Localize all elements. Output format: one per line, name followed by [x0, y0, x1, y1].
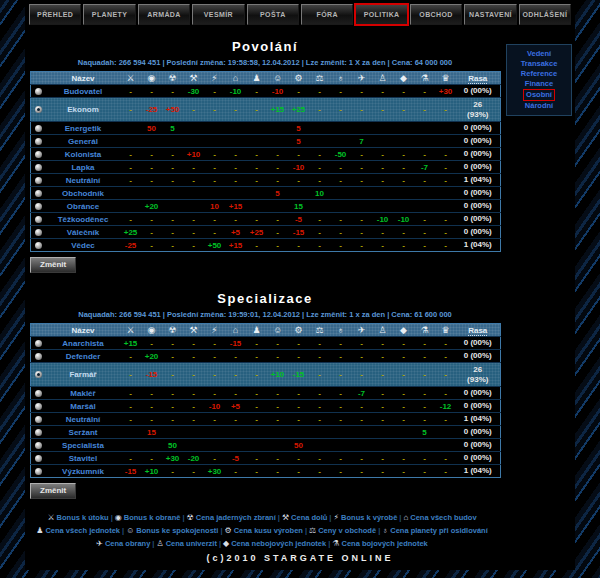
- nav-tab-politika[interactable]: POLITIKA: [355, 4, 407, 25]
- value-cell: -: [267, 213, 288, 226]
- value-cell: -: [372, 337, 393, 350]
- table-row: Válečník+25----+5+25--15-------0 (00%): [30, 226, 500, 239]
- nav-tab-planety[interactable]: PLANETY: [83, 4, 135, 25]
- radio-výzkumník[interactable]: [35, 468, 42, 475]
- value-cell: -: [309, 413, 330, 426]
- value-cell: [246, 122, 267, 135]
- value-cell: -: [120, 363, 141, 387]
- race-value: 0 (00%): [456, 148, 500, 161]
- radio-maršál[interactable]: [35, 403, 42, 410]
- value-cell: -: [120, 85, 141, 98]
- sidebar-item-transakce[interactable]: Transakce: [521, 59, 558, 68]
- radio-ekonom[interactable]: [35, 106, 42, 113]
- radio-seržant[interactable]: [35, 429, 42, 436]
- radio-vědec[interactable]: [35, 242, 42, 249]
- radio-makléř[interactable]: [35, 390, 42, 397]
- buildings-icon: ⌂: [233, 73, 238, 83]
- legend-label: Bonus k útoku: [57, 513, 109, 522]
- value-cell: -: [435, 363, 456, 387]
- nav-tab-odhlášení[interactable]: ODHLÁŠENÍ: [519, 4, 571, 25]
- sidebar-item-národní[interactable]: Národní: [525, 101, 553, 110]
- radio-neutrální[interactable]: [35, 416, 42, 423]
- value-cell: -15: [141, 363, 162, 387]
- attack-icon: ⚔: [126, 73, 134, 83]
- value-cell: [372, 122, 393, 135]
- radio-neutrální[interactable]: [35, 177, 42, 184]
- radio-defender[interactable]: [35, 353, 42, 360]
- nav-tab-fóra[interactable]: FÓRA: [301, 4, 353, 25]
- race-value: 0 (00%): [456, 135, 500, 148]
- value-cell: -: [267, 387, 288, 400]
- value-cell: -: [162, 85, 183, 98]
- radio-lapka[interactable]: [35, 164, 42, 171]
- change-profession-button[interactable]: Změnit: [30, 257, 76, 273]
- radio-energetik[interactable]: [35, 125, 42, 132]
- value-cell: -10: [267, 85, 288, 98]
- value-cell: 10: [204, 200, 225, 213]
- value-cell: -: [351, 413, 372, 426]
- race-value: 0 (00%): [456, 122, 500, 135]
- value-cell: -: [330, 239, 351, 252]
- professions-table: Název⚔◉☢⚒⚡⌂♟☺⚙⚖♁✈♙◆⚗♛RasaBudovatel----30…: [30, 71, 501, 252]
- radio-stavitel[interactable]: [35, 455, 42, 462]
- mining-icon: ⚒: [189, 325, 197, 335]
- row-name: Makléř: [46, 387, 120, 400]
- radio-obránce[interactable]: [35, 203, 42, 210]
- legend-separator: |: [328, 539, 330, 548]
- value-cell: -10: [225, 85, 246, 98]
- radio-specialista[interactable]: [35, 442, 42, 449]
- radio-farmář[interactable]: [35, 371, 42, 378]
- nav-tab-obchod[interactable]: OBCHOD: [410, 4, 462, 25]
- value-cell: [246, 426, 267, 439]
- status-line: Naquadah: 266 594 451 | Poslední změna: …: [27, 58, 503, 67]
- sidebar-item-vedení[interactable]: Vedení: [527, 49, 551, 58]
- value-cell: [309, 200, 330, 213]
- radio-těžkooděnec[interactable]: [35, 216, 42, 223]
- value-cell: -: [330, 213, 351, 226]
- energy-icon: ⚡: [211, 73, 217, 83]
- radio-obchodník[interactable]: [35, 190, 42, 197]
- value-cell: +30: [162, 452, 183, 465]
- value-cell: -: [141, 337, 162, 350]
- race-value: 1 (04%): [456, 465, 500, 478]
- sidebar-item-finance[interactable]: Finance: [525, 79, 553, 88]
- nav-tab-přehled[interactable]: PŘEHLED: [29, 4, 81, 25]
- radio-budovatel[interactable]: [35, 88, 42, 95]
- race-value: 26(93%): [456, 98, 500, 122]
- nav-tab-vesmír[interactable]: VESMÍR: [192, 4, 244, 25]
- attack-icon: ⚔: [126, 325, 134, 335]
- radio-anarchista[interactable]: [35, 340, 42, 347]
- change-specialization-button[interactable]: Změnit: [30, 483, 76, 499]
- value-cell: -: [414, 337, 435, 350]
- happiness-icon: ☺: [273, 73, 282, 83]
- value-cell: [414, 122, 435, 135]
- value-cell: -15: [288, 363, 309, 387]
- science-icon: ⚗: [420, 73, 428, 83]
- sidebar-item-reference[interactable]: Reference: [521, 69, 557, 78]
- row-name: Energetik: [46, 122, 120, 135]
- row-name: Výzkumník: [46, 465, 120, 478]
- value-cell: -: [183, 465, 204, 478]
- nav-tab-pošta[interactable]: POŠTA: [247, 4, 299, 25]
- value-cell: [435, 122, 456, 135]
- value-cell: -: [351, 239, 372, 252]
- crown-icon: ♛: [441, 325, 449, 335]
- value-cell: -: [330, 174, 351, 187]
- value-cell: -: [393, 387, 414, 400]
- radio-generál[interactable]: [35, 138, 42, 145]
- sidebar-item-osobní[interactable]: Osobní: [523, 89, 555, 101]
- value-cell: [120, 135, 141, 148]
- radio-kolonista[interactable]: [35, 151, 42, 158]
- value-cell: -: [393, 413, 414, 426]
- race-value: 1 (04%): [456, 413, 500, 426]
- value-cell: -: [351, 400, 372, 413]
- value-cell: 5: [267, 187, 288, 200]
- radio-válečník[interactable]: [35, 229, 42, 236]
- value-cell: -: [309, 239, 330, 252]
- value-cell: -: [288, 452, 309, 465]
- value-cell: -: [246, 239, 267, 252]
- nav-tab-armáda[interactable]: ARMÁDA: [138, 4, 190, 25]
- nav-tab-nastavení[interactable]: NASTAVENÍ: [464, 4, 516, 25]
- value-cell: -: [309, 350, 330, 363]
- value-cell: [120, 200, 141, 213]
